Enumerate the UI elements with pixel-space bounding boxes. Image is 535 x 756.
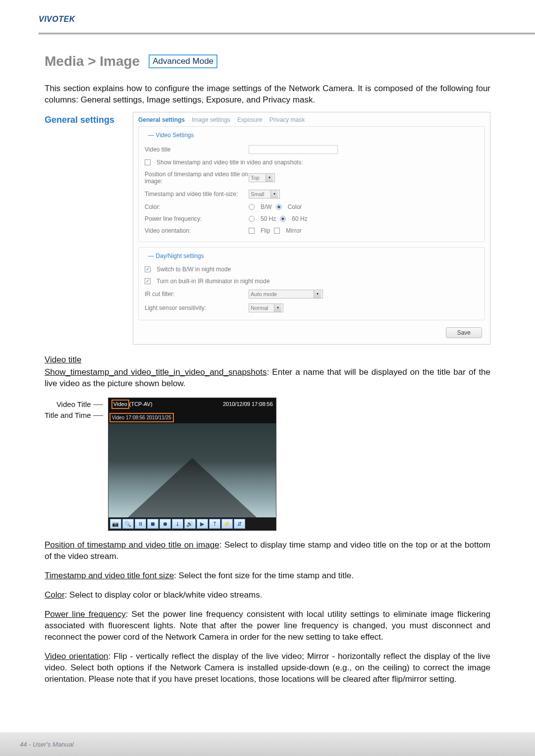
orientation-mirror-text: Mirror <box>286 227 301 234</box>
daynight-fieldset: — Day/Night settings Switch to B/W in ni… <box>138 247 485 320</box>
video-toolbar: 📷 🔍 ⏸ ⏹ ⏺ ⤓ 🔊 ▶ ⤒ ⚡ ⇵ <box>108 517 276 530</box>
light-sensor-label: Light sensor sensitivity: <box>145 304 249 311</box>
color-bw-text: B/W <box>261 203 272 210</box>
video-overlay-title: Video <box>111 400 129 409</box>
video-settings-fieldset: — Video Settings Video title Show timest… <box>138 126 485 242</box>
record-icon[interactable]: ⏺ <box>160 519 171 529</box>
plf-60-radio[interactable] <box>280 216 286 222</box>
chevron-down-icon: ▾ <box>266 174 273 182</box>
switch-bw-label: Switch to B/W in night mode <box>157 266 231 273</box>
video-overlay-timestamp: Video 17:08:56 2010/11/25 <box>109 413 174 423</box>
orientation-flip-checkbox[interactable] <box>249 228 255 234</box>
video-frame <box>108 423 276 517</box>
chevron-down-icon: ▾ <box>274 304 281 312</box>
plf-label: Power line frequency: <box>145 215 249 222</box>
video-overlay-datetime: 2010/12/09 17:08:56 <box>223 401 273 408</box>
volume-icon[interactable]: 🔊 <box>184 519 196 529</box>
video-settings-legend: — Video Settings <box>147 132 196 139</box>
intro-text: This section explains how to configure t… <box>45 83 490 106</box>
chevron-down-icon: ▾ <box>270 190 278 198</box>
position-label: Position of timestamp and video title on… <box>145 171 249 185</box>
section-heading: General settings <box>45 112 129 345</box>
tab-exposure[interactable]: Exposure <box>237 116 263 123</box>
divider-light <box>39 34 535 35</box>
plf-50-radio[interactable] <box>249 216 255 222</box>
h-font: Timestamp and video title font size <box>45 571 174 580</box>
h-plf: Power line frequency <box>45 609 126 619</box>
orientation-label: Video orientation: <box>145 227 249 234</box>
callout-video-title: Video Title <box>56 400 91 408</box>
zoom-icon[interactable]: 🔍 <box>122 519 134 529</box>
brand-label: VIVOTEK <box>39 15 535 24</box>
color-color-radio[interactable] <box>276 204 282 210</box>
page-title: Media > Image <box>45 53 140 69</box>
mode-badge: Advanced Mode <box>149 54 217 68</box>
h-show-ts: Show_timestamp_and video_title_in_video_… <box>45 367 267 377</box>
h-color: Color <box>45 590 65 600</box>
p-orientation: : Flip - vertically reflect the display … <box>45 652 490 684</box>
orientation-flip-text: Flip <box>261 227 270 234</box>
show-timestamp-checkbox[interactable] <box>145 159 151 165</box>
p-color: : Select to display color or black/white… <box>65 590 263 600</box>
play-icon[interactable]: ▶ <box>197 519 208 529</box>
color-color-text: Color <box>288 203 302 210</box>
video-title-input[interactable] <box>249 145 338 154</box>
h-orientation: Video orientation <box>45 652 108 661</box>
p-font: : Select the font size for the time stam… <box>174 571 354 580</box>
upload-icon[interactable]: ⤒ <box>209 519 220 529</box>
video-preview: Video(TCP-AV) 2010/12/09 17:08:56 Video … <box>108 398 276 531</box>
footer-text: 44 - User's Manual <box>20 741 74 748</box>
chevron-down-icon: ▾ <box>314 290 321 298</box>
page-footer: 44 - User's Manual <box>0 732 535 756</box>
save-button[interactable]: Save <box>446 327 482 338</box>
h-position: Position of timestamp and video title on… <box>45 540 219 550</box>
stop-icon[interactable]: ⏹ <box>147 519 159 529</box>
light-sensor-select[interactable]: Normal▾ <box>249 303 283 312</box>
ircut-label: IR cut filter: <box>145 291 249 298</box>
color-bw-radio[interactable] <box>249 204 255 210</box>
tab-privacy-mask[interactable]: Privacy mask <box>269 116 305 123</box>
font-size-select[interactable]: Small▾ <box>249 190 280 199</box>
snapshot-icon[interactable]: 📷 <box>110 519 121 529</box>
orientation-mirror-checkbox[interactable] <box>274 228 280 234</box>
plf-60-text: 60 Hz <box>292 215 307 222</box>
ir-illum-checkbox[interactable] <box>145 278 151 284</box>
fullscreen-icon[interactable]: ⇵ <box>234 519 245 529</box>
callout-title-time: Title and Time <box>45 411 91 419</box>
video-title-label: Video title <box>145 146 249 153</box>
video-overlay-proto: (TCP-AV) <box>129 401 153 407</box>
flash-icon[interactable]: ⚡ <box>221 519 233 529</box>
tab-general-settings[interactable]: General settings <box>138 116 185 123</box>
settings-panel: General settings Image settings Exposure… <box>133 112 490 345</box>
tab-image-settings[interactable]: Image settings <box>192 116 230 123</box>
position-select[interactable]: Top▾ <box>249 173 275 182</box>
font-size-label: Timestamp and video title font-size: <box>145 191 249 198</box>
daynight-legend: — Day/Night settings <box>147 252 206 259</box>
plf-50-text: 50 Hz <box>261 215 276 222</box>
pause-icon[interactable]: ⏸ <box>135 519 146 529</box>
show-timestamp-label: Show timestamp and video title in video … <box>157 159 303 166</box>
download-icon[interactable]: ⤓ <box>172 519 183 529</box>
switch-bw-checkbox[interactable] <box>145 266 151 272</box>
h-video-title: Video title <box>45 355 81 364</box>
ir-illum-label: Turn on built-in IR illuminator in night… <box>157 278 269 285</box>
ircut-select[interactable]: Auto mode▾ <box>249 290 323 299</box>
color-label: Color: <box>145 203 249 210</box>
